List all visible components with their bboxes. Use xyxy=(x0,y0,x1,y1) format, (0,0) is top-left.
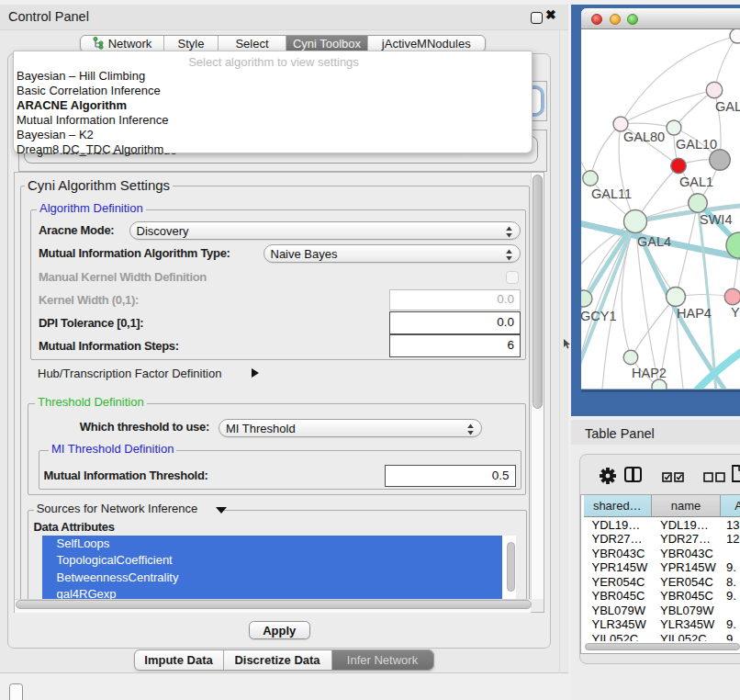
node-label: GAL1 xyxy=(679,175,713,189)
network-node[interactable] xyxy=(730,28,740,43)
table-cell: 13 xyxy=(726,518,739,533)
column-header-A[interactable]: A xyxy=(721,495,740,518)
dropdown-item[interactable]: ARACNE Algorithm xyxy=(17,98,529,113)
sources-collapse-arrow-icon[interactable] xyxy=(216,507,227,514)
mi-steps-field[interactable]: 6 xyxy=(389,334,521,357)
split-panel-icon[interactable] xyxy=(624,467,642,482)
network-canvas[interactable]: GALGAL80GAL10GAL1GAL11SWI4GAL4GCY1HAP4YH… xyxy=(571,5,740,416)
attributes-list-scrollbar-thumb[interactable] xyxy=(507,542,515,592)
network-node[interactable] xyxy=(710,150,731,171)
table-row[interactable]: YLR345WYLR345W9. xyxy=(581,617,740,632)
document-icon[interactable] xyxy=(732,465,740,482)
dropdown-item[interactable]: Mutual Information Inference xyxy=(17,113,529,128)
gear-icon[interactable] xyxy=(600,467,616,483)
float-window-icon[interactable] xyxy=(531,12,543,24)
mi-threshold-field[interactable]: 0.5 xyxy=(385,465,516,487)
table-row[interactable]: YPR145WYPR145W9. xyxy=(581,560,740,575)
network-node-hap2[interactable] xyxy=(623,350,638,365)
table-row[interactable]: YBL079WYBL079W xyxy=(581,604,740,618)
table-row[interactable]: YBR043CYBR043C xyxy=(581,547,740,561)
settings-horizontal-scrollbar-thumb[interactable] xyxy=(16,600,532,609)
cyni-bottom-tabs: Impute DataDiscretize DataInfer Network xyxy=(134,649,434,671)
mi-threshold-definition-group-title: MI Threshold Definition xyxy=(49,442,176,456)
tab-cyni-toolbox[interactable]: Cyni Toolbox xyxy=(286,36,368,51)
table-cell: YLR345W xyxy=(592,617,646,632)
tab-infer-network[interactable]: Infer Network xyxy=(332,650,433,670)
list-item[interactable]: TopologicalCoefficient xyxy=(42,552,502,569)
table-cell: YBR043C xyxy=(592,547,645,561)
network-node-gal[interactable] xyxy=(706,82,723,98)
data-attributes-label: Data Attributes xyxy=(34,520,115,534)
network-node-hap4[interactable] xyxy=(667,288,686,307)
network-node-gal1[interactable] xyxy=(671,158,687,174)
node-label: GAL4 xyxy=(637,234,671,249)
node-table: shared…nameAYDL19…YDL19…13YDR27…YDR27…12… xyxy=(580,494,740,654)
table-cell: YLR345W xyxy=(660,617,714,632)
which-threshold-combobox-value: MI Threshold xyxy=(226,422,296,435)
table-cell: YER054C xyxy=(660,575,713,590)
table-cell: YDR27… xyxy=(592,532,643,547)
tab-discretize-data[interactable]: Discretize Data xyxy=(224,650,332,670)
mi-algorithm-type-combobox[interactable]: Naive Bayes xyxy=(263,244,521,263)
hub-expand-arrow-icon[interactable] xyxy=(252,368,259,378)
node-label: HAP2 xyxy=(632,366,667,380)
dropdown-item[interactable]: Bayesian – K2 xyxy=(17,128,529,142)
node-label: SWI4 xyxy=(700,212,732,227)
table-row[interactable]: YDL19…YDL19…13 xyxy=(581,518,740,533)
network-node-gal4[interactable] xyxy=(624,210,647,233)
network-node-gcy1[interactable] xyxy=(576,290,592,307)
table-cell: YBL079W xyxy=(660,604,714,618)
close-icon[interactable]: ✖ xyxy=(545,7,556,22)
column-header-name[interactable]: name xyxy=(652,495,721,518)
kernel-width-field[interactable]: 0.0 xyxy=(389,289,521,310)
dropdown-item[interactable]: Bayesian – Hill Climbing xyxy=(17,69,529,84)
table-row[interactable]: YER054CYER054C8. xyxy=(581,575,740,590)
table-cell: 9. xyxy=(726,589,736,604)
node-label: GAL80 xyxy=(623,130,665,144)
dropdown-item[interactable]: Dream8 DC_TDC Algorithm xyxy=(17,142,529,157)
network-node-gal10[interactable] xyxy=(667,120,681,135)
tab-select[interactable]: Select xyxy=(219,36,286,51)
tab-impute-data[interactable]: Impute Data xyxy=(135,650,224,670)
control-panel-title: Control Panel xyxy=(8,9,89,24)
hub-definition-label[interactable]: Hub/Transcription Factor Definition xyxy=(38,367,221,380)
algorithm-definition-group-title: Algorithm Definition xyxy=(37,201,146,215)
which-threshold-combobox[interactable]: MI Threshold xyxy=(219,419,482,437)
network-node-swi4[interactable] xyxy=(689,194,708,213)
column-header-shared[interactable]: shared… xyxy=(584,495,653,518)
list-item[interactable]: BetweennessCentrality xyxy=(42,570,502,586)
mouse-cursor xyxy=(563,339,572,350)
table-cell: YBR045C xyxy=(660,589,713,604)
network-node[interactable] xyxy=(652,379,667,394)
dropdown-prompt[interactable]: Select algorithm to view settings xyxy=(14,55,533,69)
table-row[interactable]: YDR27…YDR27…12 xyxy=(581,532,740,547)
dpi-tolerance-field[interactable]: 0.0 xyxy=(389,311,521,334)
cyni-algorithm-settings-group-title: Cyni Algorithm Settings xyxy=(25,177,173,193)
table-horizontal-scrollbar-thumb[interactable] xyxy=(585,643,740,651)
checked-columns-icon[interactable] xyxy=(662,469,685,480)
network-node-gal11[interactable] xyxy=(583,171,599,186)
table-cell: YPR145W xyxy=(592,560,648,575)
tab-label: jActiveMNodules xyxy=(382,37,471,51)
settings-vertical-scrollbar-thumb[interactable] xyxy=(533,175,543,409)
table-panel-titlebar[interactable]: Table Panel xyxy=(571,420,740,445)
dropdown-item[interactable]: Basic Correlation Inference xyxy=(17,84,529,98)
algorithm-dropdown-popup: Select algorithm to view settings Bayesi… xyxy=(13,51,533,153)
apply-button[interactable]: Apply xyxy=(249,621,310,639)
combo-arrows-icon xyxy=(505,225,513,237)
list-item[interactable]: SelfLoops xyxy=(42,536,502,552)
network-node-y[interactable] xyxy=(724,288,740,305)
table-cell: YDL19… xyxy=(660,518,709,533)
tab-jactivemnodules[interactable]: jActiveMNodules xyxy=(368,36,485,51)
collapsed-panel-chip[interactable] xyxy=(9,683,23,700)
mi-algorithm-type-combobox-value: Naive Bayes xyxy=(271,247,338,261)
table-row[interactable]: YBR045CYBR045C9. xyxy=(581,589,740,604)
list-item[interactable]: gal4RGexp xyxy=(42,586,502,598)
manual-kernel-width-checkbox[interactable] xyxy=(506,271,519,284)
tab-label: Network xyxy=(108,37,152,51)
aracne-mode-combobox[interactable]: Discovery xyxy=(129,221,521,240)
control-panel-titlebar[interactable]: Control Panel ✖ xyxy=(0,5,568,30)
tab-network[interactable]: Network xyxy=(81,36,164,51)
unchecked-columns-icon[interactable] xyxy=(703,469,726,480)
tab-style[interactable]: Style xyxy=(164,36,219,51)
